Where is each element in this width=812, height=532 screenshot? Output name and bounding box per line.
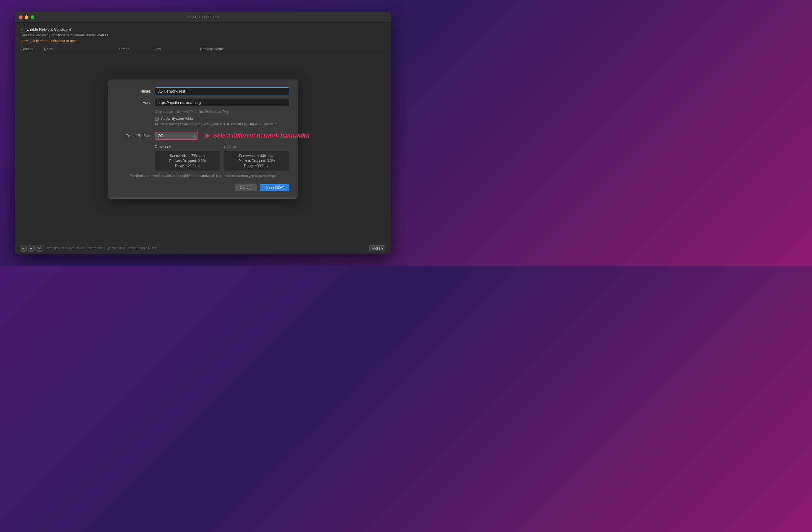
host-row: Host: <box>117 99 289 106</box>
edit-rule-modal: Name: Host: Only support Host and Port. … <box>107 80 299 198</box>
subtitle-text: Simulate Network Conditions with various… <box>21 33 385 37</box>
sim-note: To simulate network condition in real-li… <box>117 174 289 178</box>
upload-bandwidth: Bandwidth: < 330 kbps <box>228 154 285 158</box>
cancel-button[interactable]: Cancel <box>234 183 257 191</box>
remove-rule-button[interactable]: − <box>28 245 35 252</box>
annotation-text: Select different network bandwidth <box>214 132 309 139</box>
upload-packets: Packets Dropped: 0.0% <box>228 159 285 163</box>
bandwidth-section: Download Bandwidth: < 780 kbps Packets D… <box>155 145 289 171</box>
apply-system-checkbox[interactable] <box>155 117 159 121</box>
more-label: More <box>373 246 380 250</box>
warning-text: Only 1 Rule can be activated at once <box>21 39 385 43</box>
enable-checkbox-icon[interactable]: ✓ <box>21 27 24 31</box>
modal-buttons: Cancel Done (⌘↵) <box>117 183 289 191</box>
titlebar: Network Conditions <box>15 12 391 23</box>
modal-backdrop: Name: Host: Only support Host and Port. … <box>21 54 385 242</box>
col-status: Status <box>119 47 154 51</box>
close-button[interactable] <box>19 15 23 19</box>
host-input[interactable] <box>155 99 289 106</box>
annotation: ➤ Select different network bandwidth <box>204 131 309 141</box>
upload-section: Upload Bandwidth: < 330 kbps Packets Dro… <box>224 145 289 171</box>
help-button[interactable]: ? <box>36 245 43 252</box>
red-arrow-icon: ➤ <box>204 131 211 141</box>
preset-row: Preset Profiles: 3G 2G EDGE LTE WiFi Cab… <box>117 131 289 141</box>
maximize-button[interactable] <box>31 15 34 19</box>
apply-system-row: Apply System-wide <box>155 116 289 121</box>
host-label: Host: <box>117 100 151 105</box>
window-title: Network Conditions <box>187 15 219 19</box>
traffic-lights <box>19 15 34 19</box>
enable-label: Enable Network Conditions <box>26 27 72 31</box>
col-host: Host <box>154 47 200 51</box>
name-label: Name: <box>117 89 151 93</box>
col-name: Name <box>44 47 119 51</box>
table-header: Enabled Name Status Host Network Profile <box>21 47 385 53</box>
download-bandwidth: Bandwidth: < 780 kbps <box>159 154 216 158</box>
download-box: Bandwidth: < 780 kbps Packets Dropped: 0… <box>155 151 220 171</box>
footer: + − ? ⌘N: New; ⌘↵: Edit; ⌘⌫: Delete; ⌘D:… <box>15 242 391 254</box>
preset-select[interactable]: 3G 2G EDGE LTE WiFi Cable DSL Custom <box>155 132 198 140</box>
apply-system-label: Apply System-wide <box>161 116 193 121</box>
bandwidth-section-wrapper: Download Bandwidth: < 780 kbps Packets D… <box>155 145 289 171</box>
col-enabled: Enabled <box>21 47 44 51</box>
more-chevron-icon: ▾ <box>381 246 383 250</box>
download-delay: Delay: 400.0 ms <box>159 164 216 168</box>
table-body: Name: Host: Only support Host and Port. … <box>21 54 385 242</box>
name-input[interactable] <box>155 87 289 95</box>
upload-box: Bandwidth: < 330 kbps Packets Dropped: 0… <box>224 151 289 171</box>
preset-label: Preset Profiles: <box>117 134 151 138</box>
network-conditions-window: Network Conditions ✓ Enable Network Cond… <box>15 12 391 254</box>
download-label: Download <box>155 145 220 149</box>
minimize-button[interactable] <box>25 15 28 19</box>
name-row: Name: <box>117 87 289 95</box>
col-network-profile: Network Profile <box>200 47 385 51</box>
upload-delay: Delay: 400.0 ms <box>228 164 285 168</box>
download-packets: Packets Dropped: 0.0% <box>159 159 216 163</box>
preset-select-wrapper: 3G 2G EDGE LTE WiFi Cable DSL Custom ⬡ <box>155 132 198 140</box>
download-section: Download Bandwidth: < 780 kbps Packets D… <box>155 145 220 171</box>
proxy-hint: All traffic being proxied through Proxym… <box>155 122 289 126</box>
main-content: ✓ Enable Network Conditions Simulate Net… <box>15 23 391 242</box>
done-button[interactable]: Done (⌘↵) <box>260 183 289 191</box>
add-rule-button[interactable]: + <box>20 245 27 252</box>
more-button[interactable]: More ▾ <box>369 246 386 251</box>
host-hint: Only support Host and Port. No Wildcard … <box>155 110 289 114</box>
enable-row: ✓ Enable Network Conditions <box>21 27 385 31</box>
keyboard-shortcuts: ⌘N: New; ⌘↵: Edit; ⌘⌫: Delete; ⌘D: Dupli… <box>46 246 157 250</box>
upload-label: Upload <box>224 145 289 149</box>
